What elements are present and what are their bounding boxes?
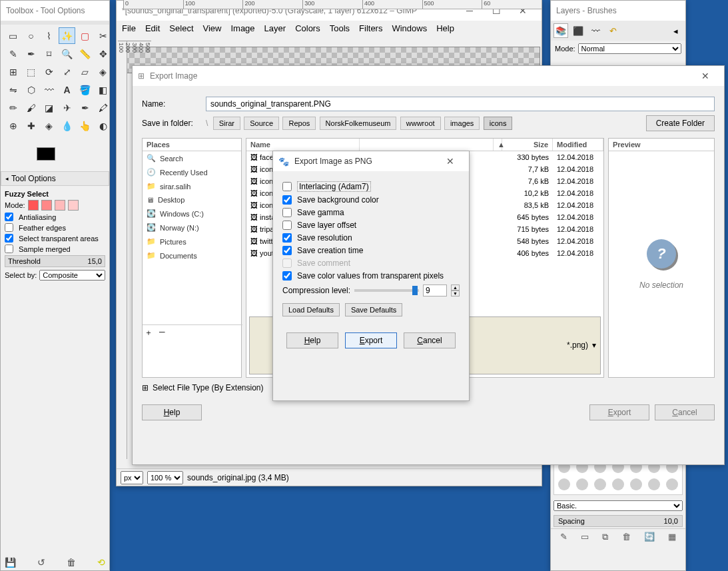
fg-color-swatch[interactable] — [37, 147, 55, 161]
tool-text[interactable]: A — [59, 81, 75, 98]
png-help-button[interactable]: Help — [286, 332, 338, 348]
tool-measure[interactable]: 📏 — [77, 45, 93, 62]
tool-perspective[interactable]: ◈ — [95, 63, 111, 80]
tool-crop[interactable]: ⬚ — [23, 63, 39, 80]
place-documents[interactable]: 📁 Documents — [143, 249, 241, 263]
menu-layer[interactable]: Layer — [264, 23, 286, 33]
save-color-values-checkbox[interactable] — [282, 271, 292, 281]
tool-align[interactable]: ⊞ — [5, 63, 21, 80]
tool-scissors[interactable]: ✂ — [95, 27, 111, 44]
mode-intersect-icon[interactable] — [68, 200, 79, 211]
menu-view[interactable]: View — [203, 23, 222, 33]
save-bg-checkbox[interactable] — [282, 195, 292, 205]
tab-undo[interactable]: ↶ — [605, 23, 620, 38]
compression-input[interactable] — [423, 285, 447, 296]
tool-smudge[interactable]: 👆 — [77, 117, 93, 134]
place-drive-c[interactable]: 💽 Windows (C:) — [143, 207, 241, 221]
color-swatches[interactable] — [1, 141, 109, 167]
load-defaults-button[interactable]: Load Defaults — [282, 303, 340, 316]
crumb[interactable]: Repos — [282, 117, 316, 130]
png-export-button[interactable]: Export — [345, 332, 397, 348]
tool-eraser[interactable]: ◪ — [41, 99, 57, 116]
feather-checkbox[interactable] — [5, 223, 13, 232]
brush-select[interactable]: Basic. — [553, 500, 683, 511]
tool-paths[interactable]: ✒ — [23, 45, 39, 62]
place-pictures[interactable]: 📁 Pictures — [143, 235, 241, 249]
help-button[interactable]: Help — [142, 404, 202, 420]
png-cancel-button[interactable]: Cancel — [404, 332, 456, 348]
spacing-row[interactable]: Spacing 10,0 — [553, 515, 683, 527]
restore-options-icon[interactable]: ↺ — [37, 557, 45, 568]
place-home[interactable]: 📁 sirar.salih — [143, 179, 241, 193]
tool-pencil[interactable]: ✏ — [5, 99, 21, 116]
threshold-slider[interactable]: Threshold 15,0 — [5, 255, 105, 267]
tool-dodge[interactable]: ◐ — [95, 117, 111, 134]
col-mod[interactable]: Modified — [553, 139, 603, 151]
tool-color-select[interactable]: ▢ — [77, 27, 93, 44]
tool-mypaint[interactable]: 🖍 — [95, 99, 111, 116]
compression-slider[interactable] — [354, 289, 419, 292]
layers-titlebar[interactable]: Layers - Brushes — [551, 1, 685, 21]
place-desktop[interactable]: 🖥 Desktop — [143, 193, 241, 207]
mode-subtract-icon[interactable] — [55, 200, 65, 211]
spin-down[interactable]: ▼ — [451, 290, 460, 296]
brush-dup-icon[interactable]: ⧉ — [602, 532, 608, 542]
tab-channels[interactable]: ⬛ — [571, 23, 585, 38]
png-close-button[interactable]: ✕ — [437, 153, 464, 169]
brush-new-icon[interactable]: ▭ — [581, 532, 589, 542]
tool-fuzzy-select[interactable]: ✨ — [59, 27, 75, 44]
selectby-select[interactable]: Composite — [39, 270, 105, 281]
tool-ink[interactable]: ✒ — [77, 99, 93, 116]
col-size[interactable]: Size — [502, 139, 553, 151]
select-transparent-checkbox[interactable] — [5, 234, 13, 243]
col-name[interactable]: Name — [246, 139, 360, 151]
save-resolution-checkbox[interactable] — [282, 233, 292, 243]
menu-windows[interactable]: Windows — [392, 23, 427, 33]
brush-del-icon[interactable]: 🗑 — [622, 532, 631, 542]
tool-foreground-select[interactable]: ✎ — [5, 45, 21, 62]
crumb-current[interactable]: icons — [484, 117, 513, 130]
brush-refresh-icon[interactable]: 🔄 — [644, 532, 655, 542]
tool-flip[interactable]: ⇋ — [5, 81, 21, 98]
tool-bucket[interactable]: 🪣 — [77, 81, 93, 98]
place-recent[interactable]: 🕘 Recently Used — [143, 165, 241, 179]
reset-options-icon[interactable]: ⟲ — [97, 557, 105, 568]
save-gamma-checkbox[interactable] — [282, 208, 292, 217]
export-close-button[interactable]: ✕ — [692, 68, 719, 84]
tool-clone[interactable]: ⊕ — [5, 117, 21, 134]
tool-paintbrush[interactable]: 🖌 — [23, 99, 39, 116]
unit-select[interactable]: px — [121, 471, 143, 484]
tab-layers[interactable]: 📚 — [553, 23, 568, 38]
save-defaults-button[interactable]: Save Defaults — [345, 303, 402, 316]
name-input[interactable] — [206, 97, 715, 111]
cancel-button[interactable]: Cancel — [655, 404, 715, 420]
sample-merged-checkbox[interactable] — [5, 245, 13, 253]
menu-filters[interactable]: Filters — [359, 23, 382, 33]
tool-shear[interactable]: ▱ — [77, 63, 93, 80]
menu-help[interactable]: Help — [436, 23, 454, 33]
tool-ellipse-select[interactable]: ○ — [23, 27, 39, 44]
spin-up[interactable]: ▲ — [451, 285, 460, 290]
create-folder-button[interactable]: Create Folder — [646, 115, 715, 131]
tool-heal[interactable]: ✚ — [23, 117, 39, 134]
menu-edit[interactable]: Edit — [145, 23, 160, 33]
tool-rect-select[interactable]: ▭ — [5, 27, 21, 44]
brush-open-icon[interactable]: ▦ — [668, 532, 676, 542]
place-remove-icon[interactable]: ─ — [159, 327, 165, 338]
crumb[interactable]: images — [444, 117, 480, 130]
mode-replace-icon[interactable] — [28, 200, 39, 211]
export-button[interactable]: Export — [589, 404, 649, 420]
delete-options-icon[interactable]: 🗑 — [67, 557, 76, 568]
tool-free-select[interactable]: ⌇ — [41, 27, 57, 44]
mode-add-icon[interactable] — [41, 200, 52, 211]
tool-airbrush[interactable]: ✈ — [59, 99, 75, 116]
toolbox-titlebar[interactable]: Toolbox - Tool Options — [1, 1, 109, 21]
tool-perspective-clone[interactable]: ◈ — [41, 117, 57, 134]
tool-move[interactable]: ✥ — [95, 45, 111, 62]
save-options-icon[interactable]: 💾 — [5, 557, 16, 568]
menu-colors[interactable]: Colors — [295, 23, 320, 33]
tool-zoom[interactable]: 🔍 — [59, 45, 75, 62]
crumb[interactable]: NorskFolkemuseum — [320, 117, 397, 130]
tool-gradient[interactable]: ◧ — [95, 81, 111, 98]
menu-tools[interactable]: Tools — [330, 23, 350, 33]
